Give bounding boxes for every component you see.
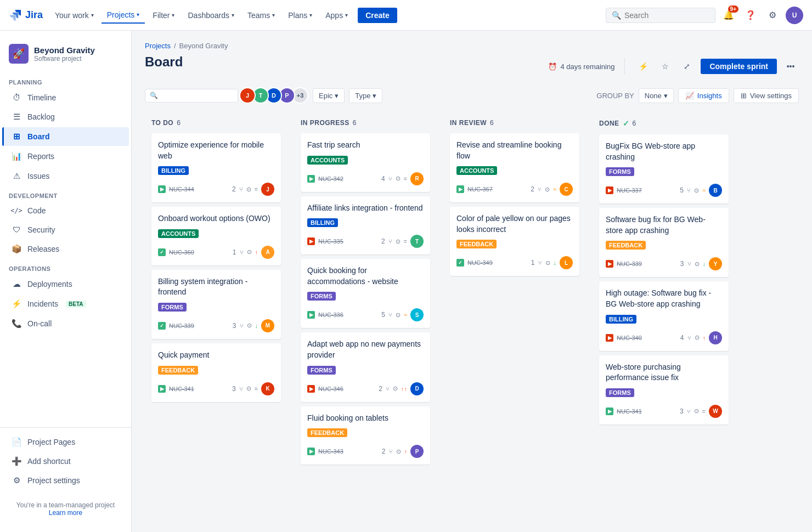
nav-projects[interactable]: Projects ▾ [101, 7, 145, 24]
card-NUC-343[interactable]: Fluid booking on tablets FEEDBACK ▶ NUC-… [301, 406, 430, 465]
breadcrumb-separator: / [174, 42, 176, 50]
card-assignee-avatar: M [261, 319, 274, 332]
priority-icon: ↓ [703, 261, 706, 267]
more-options-button[interactable]: ••• [782, 58, 799, 75]
sidebar-item-oncall[interactable]: 📞 On-call [2, 314, 129, 333]
column-header-done: DONE ✓ 6 [599, 119, 729, 128]
issues-icon: ⚠ [11, 171, 22, 181]
settings-button[interactable]: ⚙ [764, 7, 781, 24]
commits-icon: ⊙ [246, 186, 251, 193]
card-assignee-avatar: H [709, 331, 722, 344]
priority-icon: = [255, 386, 258, 392]
card-meta: 3 ⑂ ⊙ ↓ Y [680, 257, 722, 270]
sidebar-item-reports[interactable]: 📊 Reports [2, 147, 129, 166]
card-NUC-342[interactable]: Fast trip search ACCOUNTS ▶ NUC-342 4 ⑂ … [301, 133, 430, 192]
card-NUC-339[interactable]: Software bug fix for BG Web-store app cr… [599, 208, 729, 277]
insights-button[interactable]: 📈 Insights [678, 88, 729, 103]
create-button[interactable]: Create [358, 8, 397, 23]
column-inreview: IN REVIEW 6 Revise and streamline bookin… [443, 112, 586, 287]
column-count: 6 [490, 119, 494, 127]
story-type-icon: ▶ [307, 237, 315, 245]
app-logo[interactable]: Jira [9, 9, 43, 22]
epic-filter-button[interactable]: Epic ▾ [313, 88, 345, 103]
view-settings-button[interactable]: ⊞ View settings [734, 88, 799, 103]
card-NUC-341[interactable]: Web-store purchasing performance issue f… [599, 355, 729, 425]
sidebar-item-add-shortcut[interactable]: ➕ Add shortcut [2, 452, 129, 471]
help-button[interactable]: ❓ [742, 7, 759, 24]
sidebar-bottom: 📄 Project Pages ➕ Add shortcut ⚙ Project… [0, 427, 131, 495]
notification-badge: 9+ [728, 5, 738, 13]
priority-icon: ↑ [404, 448, 408, 455]
sidebar-item-deployments[interactable]: ☁ Deployments [2, 275, 129, 293]
nav-plans[interactable]: Plans ▾ [283, 8, 318, 23]
card-NUC-349[interactable]: Color of pale yellow on our pages looks … [450, 207, 579, 276]
search-input[interactable] [624, 11, 701, 20]
story-type-icon: ▶ [307, 385, 315, 393]
nav-filter[interactable]: Filter ▾ [147, 8, 180, 23]
card-NUC-346[interactable]: Adapt web app no new payments provider F… [301, 332, 430, 401]
story-points: 2 [531, 185, 534, 193]
nav-apps[interactable]: Apps ▾ [320, 8, 353, 23]
card-id: NUC-349 [467, 259, 493, 266]
column-title: DONE [599, 120, 619, 127]
user-avatar[interactable]: U [786, 7, 803, 24]
card-assignee-avatar: D [410, 382, 424, 395]
expand-button[interactable]: ⤢ [679, 58, 695, 75]
chevron-down-icon: ▾ [232, 12, 234, 18]
nav-teams[interactable]: Teams ▾ [242, 8, 280, 23]
card-NUC-341[interactable]: Quick payment FEEDBACK ▶ NUC-341 3 ⑂ ⊙ =… [151, 343, 281, 402]
breadcrumb: Projects / Beyond Gravity [145, 42, 799, 50]
priority-icon: = [255, 186, 258, 193]
card-NUC-340[interactable]: High outage: Software bug fix - BG Web-s… [599, 281, 729, 350]
main-layout: 🚀 Beyond Gravity Software project PLANNI… [0, 31, 812, 532]
notifications-button[interactable]: 🔔 9+ [720, 7, 737, 24]
sidebar-item-security[interactable]: 🛡 Security [2, 220, 129, 239]
sidebar-item-releases[interactable]: 📦 Releases [2, 240, 129, 258]
lightning-button[interactable]: ⚡ [635, 58, 651, 75]
branch-icon: ⑂ [687, 408, 691, 415]
branch-icon: ⑂ [388, 312, 392, 318]
avatar-filter-1[interactable]: J [239, 87, 256, 104]
card-NUC-367[interactable]: Revise and streamline booking flow ACCOU… [450, 133, 579, 202]
page-title: Board [145, 54, 183, 70]
timeline-icon: ⏱ [11, 93, 22, 102]
global-search[interactable]: 🔍 [606, 8, 715, 23]
nav-dashboards[interactable]: Dashboards ▾ [182, 8, 240, 23]
board-search[interactable]: 🔍 [145, 89, 238, 103]
card-title: Affiliate links integration - frontend [307, 203, 424, 214]
complete-sprint-button[interactable]: Complete sprint [701, 59, 777, 74]
sidebar-item-incidents[interactable]: ⚡ Incidents BETA [2, 295, 129, 313]
card-title: Revise and streamline booking flow [456, 140, 573, 161]
card-tag: FORMS [158, 303, 187, 312]
group-by-button[interactable]: None ▾ [639, 88, 674, 103]
sidebar-section-operations: OPERATIONS [0, 259, 131, 274]
story-type-icon: ▶ [606, 186, 613, 194]
chevron-down-icon: ▾ [345, 12, 348, 18]
card-NUC-344[interactable]: Optimize experience for mobile web BILLI… [151, 133, 281, 202]
avatar-filters: J T D P +3 [243, 87, 308, 104]
card-NUC-337[interactable]: BugFix BG Web-store app crashing FORMS ▶… [599, 134, 729, 203]
card-id: NUC-344 [169, 186, 194, 193]
sidebar-item-project-pages[interactable]: 📄 Project Pages [2, 433, 129, 451]
card-footer: ▶ NUC-339 3 ⑂ ⊙ ↓ Y [606, 257, 722, 270]
card-NUC-336[interactable]: Quick booking for accommodations - websi… [301, 259, 430, 328]
sidebar-item-issues[interactable]: ⚠ Issues [2, 167, 129, 185]
sidebar-item-code[interactable]: </> Code [2, 202, 129, 219]
card-NUC-360[interactable]: Onboard workout options (OWO) ACCOUNTS ✓… [151, 207, 281, 265]
card-title: Billing system integration - frontend [158, 276, 274, 298]
sidebar-item-project-settings[interactable]: ⚙ Project settings [2, 471, 129, 490]
type-filter-button[interactable]: Type ▾ [349, 88, 382, 103]
board-search-input[interactable] [160, 92, 232, 100]
breadcrumb-projects[interactable]: Projects [145, 42, 171, 50]
sidebar-item-board[interactable]: ⊞ Board [2, 127, 129, 146]
sidebar-item-timeline[interactable]: ⏱ Timeline [2, 88, 129, 106]
nav-your-work[interactable]: Your work ▾ [49, 8, 99, 23]
sidebar-item-backlog[interactable]: ☰ Backlog [2, 107, 129, 126]
star-button[interactable]: ☆ [657, 58, 673, 75]
card-title: Adapt web app no new payments provider [307, 339, 424, 360]
card-assignee-avatar: R [410, 172, 424, 185]
card-NUC-339[interactable]: Billing system integration - frontend FO… [151, 270, 281, 339]
story-points: 3 [233, 322, 236, 330]
card-NUC-335[interactable]: Affiliate links integration - frontend B… [301, 196, 430, 255]
learn-more-link[interactable]: Learn more [49, 509, 82, 517]
